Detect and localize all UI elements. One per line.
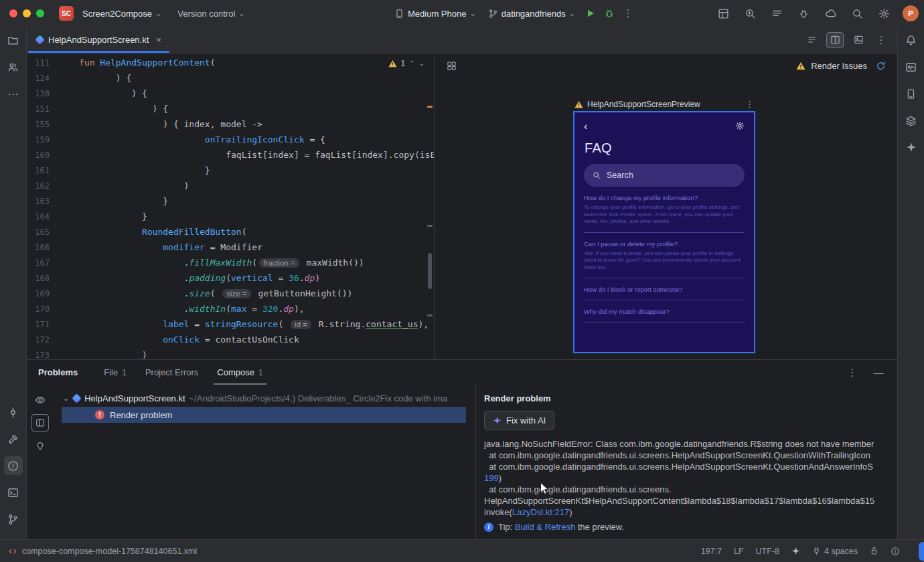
- app-quality-insights-button[interactable]: [795, 5, 812, 21]
- line-number[interactable]: 151: [27, 104, 50, 114]
- line-number[interactable]: 159: [27, 135, 50, 145]
- line-number[interactable]: 130: [27, 89, 50, 98]
- logcat-button[interactable]: [769, 5, 785, 21]
- stack-trace-link[interactable]: LazyDsl.kt:217: [512, 507, 569, 517]
- render-issues-widget[interactable]: Render Issues: [796, 58, 889, 74]
- panel-options-button[interactable]: ⋮: [844, 365, 860, 381]
- version-control-menu[interactable]: Version control ⌄: [173, 6, 249, 21]
- code-text[interactable]: ) {: [50, 73, 131, 83]
- code-line-165[interactable]: 165 RoundedFilledButton(: [27, 224, 434, 240]
- tab-compose[interactable]: Compose 1: [214, 360, 266, 385]
- ai-status-widget[interactable]: [791, 547, 800, 555]
- device-streaming-button[interactable]: [822, 5, 838, 21]
- close-window-button[interactable]: [9, 9, 17, 17]
- minimize-window-button[interactable]: [23, 9, 31, 17]
- code-text[interactable]: ) {: [50, 104, 168, 114]
- line-number[interactable]: 111: [27, 58, 50, 68]
- settings-button[interactable]: [876, 5, 892, 21]
- stack-trace-link[interactable]: 199: [484, 473, 499, 483]
- device-selector[interactable]: Medium Phone ⌄: [390, 6, 481, 21]
- code-line-170[interactable]: 170 .widthIn(max = 320.dp),: [27, 301, 434, 316]
- inspection-widget[interactable]: 1 ⌃ ⌄: [386, 58, 427, 70]
- run-configuration-selector[interactable]: datingandfriends ⌄: [483, 6, 580, 21]
- code-text[interactable]: .widthIn(max = 320.dp),: [50, 304, 305, 314]
- encoding-widget[interactable]: UTF-8: [756, 547, 779, 556]
- next-problem-icon[interactable]: ⌄: [419, 60, 425, 67]
- run-button[interactable]: [583, 5, 599, 21]
- line-number[interactable]: 173: [27, 351, 50, 360]
- warning-stripe-mark[interactable]: [427, 106, 433, 108]
- code-text[interactable]: .fillMaxWidth(fraction = maxWidth()): [50, 258, 364, 268]
- code-line-163[interactable]: 163 }: [27, 193, 434, 209]
- line-number[interactable]: 124: [27, 74, 50, 83]
- caret-position-widget[interactable]: 197:7: [701, 547, 722, 556]
- line-number[interactable]: 172: [27, 335, 50, 345]
- search-everywhere-button[interactable]: [849, 5, 865, 21]
- line-number[interactable]: 169: [27, 289, 50, 298]
- line-number[interactable]: 155: [27, 120, 50, 129]
- ai-search-button[interactable]: [742, 5, 758, 21]
- code-line-169[interactable]: 169 .size( size = getButtonHeight()): [27, 286, 434, 301]
- details-view-button[interactable]: [31, 414, 49, 432]
- problem-row-selected[interactable]: Render problem: [62, 407, 466, 423]
- more-tool-windows-button[interactable]: ⋯: [4, 84, 23, 103]
- chevron-down-icon[interactable]: ⌄: [63, 394, 69, 403]
- code-line-161[interactable]: 161 }: [27, 163, 434, 178]
- code-line-172[interactable]: 172 onClick = contactUsOnClick: [27, 332, 434, 347]
- code-text[interactable]: }: [50, 211, 147, 221]
- code-text[interactable]: faqList[index] = faqList[index].copy(isE: [50, 150, 434, 160]
- code-text[interactable]: ) { index, model ->: [50, 119, 262, 129]
- code-line-124[interactable]: 124 ) {: [27, 70, 434, 86]
- code-line-164[interactable]: 164 }: [27, 209, 434, 224]
- notifications-button[interactable]: [902, 31, 921, 50]
- code-text[interactable]: onTrailingIconClick = {: [50, 134, 325, 145]
- close-tab-icon[interactable]: ×: [156, 35, 161, 45]
- code-text[interactable]: ): [50, 350, 147, 359]
- code-text[interactable]: }: [50, 196, 168, 206]
- line-number[interactable]: 165: [27, 227, 50, 237]
- quick-fix-button[interactable]: [31, 437, 49, 454]
- line-number[interactable]: 164: [27, 212, 50, 221]
- preview-menu-icon[interactable]: ⋮: [745, 99, 754, 109]
- readonly-toggle[interactable]: [870, 547, 878, 555]
- line-separator-widget[interactable]: LF: [734, 547, 744, 556]
- statusbar-file-widget[interactable]: compose-compose-model-1758748140651.xml: [8, 547, 197, 556]
- code-text[interactable]: onClick = contactUsOnClick: [50, 335, 299, 345]
- code-line-171[interactable]: 171 label = stringResource( id = R.strin…: [27, 316, 434, 332]
- build-refresh-link[interactable]: Build & Refresh: [515, 522, 575, 532]
- stripe-mark[interactable]: [427, 314, 433, 316]
- line-number[interactable]: 161: [27, 166, 50, 175]
- code-text[interactable]: label = stringResource( id = R.string.co…: [50, 319, 429, 329]
- code-line-160[interactable]: 160 faqList[index] = faqList[index].copy…: [27, 147, 434, 163]
- line-number[interactable]: 167: [27, 258, 50, 268]
- line-number[interactable]: 171: [27, 320, 50, 329]
- code-text[interactable]: .size( size = getButtonHeight()): [50, 288, 352, 298]
- code-text[interactable]: }: [50, 165, 210, 175]
- tab-project-errors[interactable]: Project Errors: [142, 360, 202, 385]
- design-view-button[interactable]: [850, 32, 867, 48]
- commit-tool-button[interactable]: [4, 403, 23, 421]
- line-number[interactable]: 160: [27, 151, 50, 160]
- code-text[interactable]: ): [50, 181, 189, 191]
- code-text[interactable]: .padding(vertical = 36.dp): [50, 273, 320, 283]
- code-text[interactable]: RoundedFilledButton(: [50, 227, 246, 237]
- code-text[interactable]: ) {: [50, 88, 147, 98]
- more-run-actions-button[interactable]: ⋮: [620, 5, 636, 21]
- code-text[interactable]: fun HelpAndSupportContent(: [50, 58, 216, 68]
- code-line-168[interactable]: 168 .padding(vertical = 36.dp): [27, 270, 434, 286]
- hide-panel-button[interactable]: —: [870, 365, 887, 381]
- code-line-173[interactable]: 173 ): [27, 347, 434, 359]
- project-selector[interactable]: Screen2Compose ⌄: [78, 6, 166, 21]
- debug-button[interactable]: [601, 5, 617, 21]
- preview-card[interactable]: HelpAndSupportScreenPreview ⋮ ‹ FAQ: [573, 97, 755, 353]
- profiler-tool-button[interactable]: [902, 58, 921, 76]
- refresh-preview-button[interactable]: [872, 58, 889, 74]
- line-number[interactable]: 166: [27, 243, 50, 252]
- line-number[interactable]: 168: [27, 274, 50, 283]
- fix-with-ai-button[interactable]: Fix with AI: [484, 411, 554, 430]
- code-line-155[interactable]: 155 ) { index, model ->: [27, 116, 434, 132]
- code-line-151[interactable]: 151 ) {: [27, 101, 434, 116]
- terminal-tool-button[interactable]: [4, 483, 23, 502]
- problems-tool-button[interactable]: [4, 456, 23, 475]
- tab-file[interactable]: File 1: [100, 360, 130, 385]
